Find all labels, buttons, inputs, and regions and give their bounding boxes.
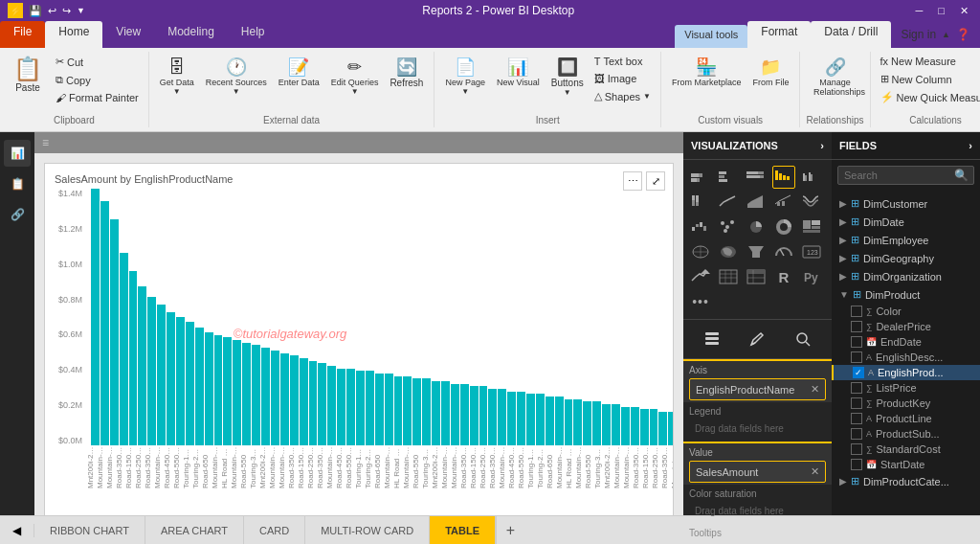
tab-table[interactable]: TABLE: [430, 516, 496, 544]
new-column-button[interactable]: ⊞ New Column: [877, 71, 980, 87]
viz-python[interactable]: Py: [800, 265, 823, 288]
viz-line-clustered[interactable]: [772, 191, 795, 214]
shapes-button[interactable]: △ Shapes ▼: [590, 88, 655, 104]
from-file-button[interactable]: 📁 From File: [747, 54, 793, 90]
tab-format[interactable]: Format: [747, 21, 811, 48]
value-value[interactable]: SalesAmount ✕: [689, 461, 826, 483]
viz-kpi[interactable]: [689, 265, 712, 288]
enddate-checkbox[interactable]: [851, 336, 862, 348]
manage-relationships-button[interactable]: 🔗 Manage Relationships: [809, 54, 861, 100]
sidebar-report-icon[interactable]: 📊: [4, 140, 31, 167]
tab-help[interactable]: Help: [228, 21, 278, 48]
field-group-dimdate[interactable]: ▶ ⊞ DimDate: [832, 213, 980, 231]
tab-area-chart[interactable]: AREA CHART: [145, 516, 244, 544]
productsub-checkbox[interactable]: [851, 428, 862, 440]
quick-access-redo[interactable]: ↪: [62, 5, 71, 17]
fields-tool[interactable]: [699, 326, 725, 352]
viz-stacked-bar[interactable]: [689, 166, 712, 189]
tab-card[interactable]: CARD: [244, 516, 305, 544]
tab-modeling[interactable]: Modeling: [154, 21, 228, 48]
fields-search[interactable]: 🔍: [837, 166, 974, 185]
viz-clustered-column[interactable]: [800, 166, 823, 189]
recent-sources-button[interactable]: 🕐 Recent Sources ▼: [201, 54, 272, 99]
fields-panel-expand[interactable]: ›: [969, 140, 972, 151]
viz-treemap[interactable]: [800, 215, 823, 238]
cut-button[interactable]: ✂ Cut: [52, 54, 143, 70]
field-group-dimorganization-header[interactable]: ▶ ⊞ DimOrganization: [832, 267, 980, 285]
viz-r-script[interactable]: R: [772, 265, 795, 288]
maximize-button[interactable]: □: [934, 5, 948, 16]
help-icon[interactable]: ❓: [956, 28, 970, 41]
sidebar-model-icon[interactable]: 🔗: [4, 201, 31, 228]
viz-100pct-column[interactable]: [689, 191, 712, 214]
minimize-button[interactable]: ─: [912, 5, 927, 16]
tab-add-button[interactable]: +: [496, 516, 524, 544]
viz-matrix[interactable]: [745, 265, 768, 288]
sidebar-data-icon[interactable]: 📋: [4, 170, 31, 197]
viz-clustered-bar[interactable]: [717, 166, 740, 189]
productline-checkbox[interactable]: [851, 413, 862, 424]
field-group-dimproductcate[interactable]: ▶ ⊞ DimProductCate...: [832, 472, 980, 490]
field-group-dimgeography-header[interactable]: ▶ ⊞ DimGeography: [832, 249, 980, 267]
new-page-button[interactable]: 📄 New Page ▼: [440, 54, 490, 99]
viz-card[interactable]: 123: [800, 240, 823, 263]
chart-action-fullscreen[interactable]: ⤢: [646, 171, 665, 191]
listprice-checkbox[interactable]: [851, 382, 862, 394]
enter-data-button[interactable]: 📝 Enter Data: [274, 54, 324, 90]
color-checkbox[interactable]: [851, 306, 862, 317]
englishdesc-checkbox[interactable]: [851, 351, 862, 363]
viz-funnel[interactable]: [745, 240, 768, 263]
textbox-button[interactable]: T Text box: [590, 54, 655, 69]
viz-scatter[interactable]: [717, 215, 740, 238]
field-item-startdate[interactable]: 📅 StartDate: [832, 457, 980, 472]
tab-visual-tools[interactable]: Visual tools: [675, 25, 747, 48]
startdate-checkbox[interactable]: [851, 459, 862, 470]
tab-scroll-left[interactable]: ◀: [0, 524, 34, 537]
field-item-dealerprice[interactable]: ∑ DealerPrice: [832, 319, 980, 334]
chart-panel[interactable]: ⋯ ⤢ SalesAmount by EnglishProductName ©t…: [44, 163, 674, 515]
englishprod-checkbox[interactable]: ✓: [853, 367, 864, 378]
field-group-dimdate-header[interactable]: ▶ ⊞ DimDate: [832, 213, 980, 231]
field-group-dimcustomer-header[interactable]: ▶ ⊞ DimCustomer: [832, 194, 980, 213]
quick-access-undo[interactable]: ↩: [48, 5, 56, 17]
tab-ribbon-chart[interactable]: RIBBON CHART: [34, 516, 145, 544]
axis-value[interactable]: EnglishProductName ✕: [689, 378, 826, 400]
field-item-productline[interactable]: A ProductLine: [832, 411, 980, 426]
viz-ribbon-chart[interactable]: [800, 191, 823, 214]
refresh-button[interactable]: 🔄 Refresh: [385, 54, 428, 91]
new-visual-button[interactable]: 📊 New Visual: [492, 54, 545, 90]
field-item-englishprod[interactable]: ✓ A EnglishProd...: [832, 365, 980, 380]
sign-in-label[interactable]: Sign in: [901, 28, 936, 41]
dealerprice-checkbox[interactable]: [851, 321, 862, 332]
tab-home[interactable]: Home: [45, 21, 102, 48]
standardcost-checkbox[interactable]: [851, 443, 862, 455]
field-group-dimproductcate-header[interactable]: ▶ ⊞ DimProductCate...: [832, 472, 980, 490]
quick-access-save[interactable]: 💾: [29, 5, 42, 17]
field-item-productkey[interactable]: ∑ ProductKey: [832, 396, 980, 411]
chart-action-ellipsis[interactable]: ⋯: [623, 171, 642, 191]
field-group-dimorganization[interactable]: ▶ ⊞ DimOrganization: [832, 267, 980, 285]
image-button[interactable]: 🖼 Image: [590, 71, 655, 86]
field-item-englishdesc[interactable]: A EnglishDesc...: [832, 350, 980, 365]
tab-data-drill[interactable]: Data / Drill: [811, 21, 891, 48]
new-quick-measure-button[interactable]: ⚡ New Quick Measure: [877, 89, 980, 105]
field-item-enddate[interactable]: 📅 EndDate: [832, 334, 980, 350]
field-group-dimproduct[interactable]: ▼ ⊞ DimProduct ∑ Color ∑ DealerPrice: [832, 285, 980, 472]
viz-table[interactable]: [717, 265, 740, 288]
tab-file[interactable]: File: [0, 21, 45, 48]
field-group-dimgeography[interactable]: ▶ ⊞ DimGeography: [832, 249, 980, 267]
viz-panel-expand[interactable]: ›: [820, 140, 824, 151]
get-data-button[interactable]: 🗄 Get Data ▼: [155, 54, 199, 99]
tab-multi-row-card[interactable]: MULTI-ROW CARD: [305, 516, 430, 544]
viz-100pct-bar[interactable]: [745, 166, 768, 189]
viz-more[interactable]: •••: [689, 290, 712, 313]
analytics-tool[interactable]: [790, 326, 816, 352]
field-group-dimemployee-header[interactable]: ▶ ⊞ DimEmployee: [832, 231, 980, 249]
field-group-dimemployee[interactable]: ▶ ⊞ DimEmployee: [832, 231, 980, 249]
sign-in-area[interactable]: Sign in ▲ ❓: [891, 21, 980, 48]
buttons-button[interactable]: 🔲 Buttons ▼: [546, 54, 589, 100]
viz-stacked-column[interactable]: [772, 166, 795, 189]
close-button[interactable]: ✕: [956, 5, 972, 17]
viz-map[interactable]: [689, 240, 712, 263]
from-marketplace-button[interactable]: 🏪 From Marketplace: [667, 54, 746, 90]
